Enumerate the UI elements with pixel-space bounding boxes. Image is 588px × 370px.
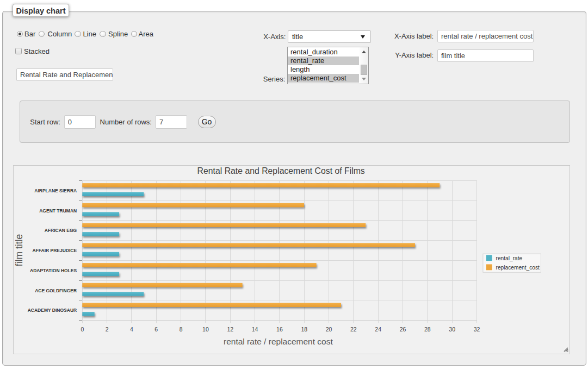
- svg-text:AGENT TRUMAN: AGENT TRUMAN: [39, 208, 77, 214]
- svg-text:ACADEMY DINOSAUR: ACADEMY DINOSAUR: [28, 308, 77, 313]
- svg-text:12: 12: [227, 326, 233, 333]
- svg-text:ACE GOLDFINGER: ACE GOLDFINGER: [35, 288, 77, 293]
- svg-text:AFFAIR PREJUDICE: AFFAIR PREJUDICE: [32, 248, 77, 253]
- svg-text:4: 4: [130, 326, 133, 333]
- svg-text:10: 10: [202, 326, 209, 333]
- svg-text:rental rate / replacement cost: rental rate / replacement cost: [224, 337, 333, 346]
- svg-text:film title: film title: [14, 234, 24, 266]
- svg-text:0: 0: [81, 326, 84, 333]
- svg-text:32: 32: [474, 326, 480, 333]
- svg-text:8: 8: [180, 326, 183, 333]
- svg-text:14: 14: [252, 326, 258, 333]
- svg-text:30: 30: [449, 326, 455, 333]
- svg-text:AFRICAN EGG: AFRICAN EGG: [45, 228, 77, 233]
- svg-text:AIRPLANE SIERRA: AIRPLANE SIERRA: [34, 188, 77, 193]
- svg-text:26: 26: [400, 326, 406, 333]
- svg-text:replacement_cost: replacement_cost: [496, 265, 540, 271]
- svg-text:6: 6: [154, 326, 158, 333]
- svg-text:22: 22: [350, 326, 357, 333]
- svg-text:28: 28: [424, 326, 431, 333]
- svg-text:rental_rate: rental_rate: [496, 255, 523, 261]
- svg-text:24: 24: [375, 326, 381, 333]
- svg-text:20: 20: [326, 326, 332, 333]
- svg-text:16: 16: [276, 326, 283, 333]
- svg-text:Rental Rate and Replacement Co: Rental Rate and Replacement Cost of Film…: [197, 166, 365, 175]
- svg-text:ADAPTATION HOLES: ADAPTATION HOLES: [30, 268, 77, 273]
- svg-text:18: 18: [301, 326, 307, 333]
- svg-text:2: 2: [106, 326, 109, 333]
